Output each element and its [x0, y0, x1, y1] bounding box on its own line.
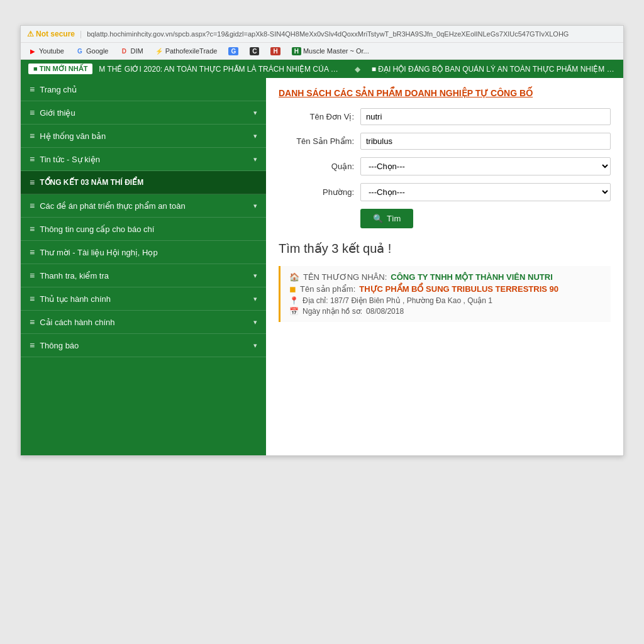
- sidebar-item-dean[interactable]: ≡ Các đề án phát triển thực phẩm an toàn…: [21, 194, 266, 218]
- san-pham-input[interactable]: [360, 133, 611, 150]
- security-indicator: ⚠ Not secure: [27, 30, 75, 38]
- company-label: TÊN THƯƠNG NHÂN:: [303, 272, 387, 282]
- bookmarks-bar: ▶ Youtube G Google D DIM ⚡ PathofexileTr…: [21, 43, 623, 60]
- sidebar-label-thumoi: Thư mời - Tài liệu Hội nghị, Họp: [40, 248, 158, 257]
- sidebar-label-thongtin: Thông tin cung cấp cho báo chí: [40, 225, 154, 234]
- bookmark-google-label: Google: [86, 47, 108, 55]
- arrow-icon-thanh-tra: ▾: [253, 272, 257, 280]
- bookmark-youtube[interactable]: ▶ Youtube: [26, 45, 67, 57]
- company-value: CÔNG TY TNHH MỘT THÀNH VIÊN NUTRI: [391, 272, 552, 282]
- sidebar-label-caicach: Cải cách hành chính: [40, 318, 114, 327]
- sidebar-item-thumoi[interactable]: ≡ Thư mời - Tài liệu Hội nghị, Họp: [21, 241, 266, 264]
- address-bar: ⚠ Not secure | bqlattp.hochiminhcity.gov…: [21, 26, 623, 43]
- sidebar-item-thongbao[interactable]: ≡ Thông báo ▾: [21, 334, 266, 357]
- date-label: Ngày nhận hồ sơ:: [303, 307, 362, 316]
- sidebar-label-trangchu: Trang chủ: [40, 85, 77, 94]
- phuong-row: Phường: ---Chọn---: [279, 183, 611, 201]
- arrow-icon-dean: ▾: [253, 202, 257, 210]
- sidebar-label-tintuc: Tin tức - Sự kiện: [40, 155, 100, 164]
- bookmark-g2[interactable]: G: [226, 46, 241, 57]
- bookmark-google[interactable]: G Google: [73, 45, 111, 57]
- menu-icon-thumoi: ≡: [30, 247, 35, 257]
- sidebar-label-hethongvanban: Hệ thống văn bản: [40, 131, 106, 141]
- search-icon: 🔍: [373, 214, 383, 223]
- sidebar-item-tongket[interactable]: ≡ TỔNG KẾT 03 NĂM THÍ ĐIỂM: [21, 171, 266, 194]
- sidebar-item-trangchu[interactable]: ≡ Trang chủ: [21, 78, 266, 101]
- menu-icon-dean: ≡: [30, 201, 35, 211]
- menu-icon-hethongvanban: ≡: [30, 131, 35, 141]
- not-secure-label: Not secure: [36, 30, 75, 38]
- warning-icon: ⚠: [27, 30, 34, 38]
- phuong-select[interactable]: ---Chọn---: [360, 183, 611, 201]
- bookmark-h1[interactable]: H: [268, 46, 282, 57]
- product-icon: ◼: [289, 284, 296, 294]
- bookmark-dim-label: DIM: [130, 47, 143, 55]
- ticker-divider: ◆: [355, 65, 360, 74]
- bookmark-dim[interactable]: D DIM: [117, 45, 145, 57]
- g2-icon: G: [228, 47, 238, 55]
- sidebar-label-thanh-tra: Thanh tra, kiểm tra: [40, 271, 109, 280]
- bookmark-c[interactable]: C: [247, 46, 262, 57]
- arrow-icon-thongbao: ▾: [253, 341, 257, 350]
- bookmark-pathofexile[interactable]: ⚡ PathofexileTrade: [152, 45, 220, 57]
- browser-window: ⚠ Not secure | bqlattp.hochiminhcity.gov…: [20, 25, 624, 456]
- muscle-icon: H: [292, 47, 301, 55]
- date-value: 08/08/2018: [366, 307, 404, 316]
- menu-icon-gioithieu: ≡: [30, 108, 35, 118]
- sidebar-label-thutuc: Thủ tục hành chính: [40, 294, 111, 304]
- result-address-row: 📍 Địa chỉ: 187/7 Điện Biên Phủ , Phường …: [289, 296, 602, 305]
- arrow-icon-tintuc: ▾: [253, 155, 257, 164]
- result-product-row: ◼ Tên sản phẩm: THỰC PHẨM BỔ SUNG TRIBUL…: [289, 284, 602, 294]
- sidebar-item-thanh-tra[interactable]: ≡ Thanh tra, kiểm tra ▾: [21, 264, 266, 287]
- don-vi-label: Tên Đơn Vị:: [279, 112, 354, 121]
- bookmark-pathofexile-label: PathofexileTrade: [165, 47, 218, 55]
- url-separator: |: [80, 30, 82, 38]
- phuong-label: Phường:: [279, 187, 354, 197]
- don-vi-input[interactable]: [360, 108, 611, 125]
- sidebar-item-hethongvanban[interactable]: ≡ Hệ thống văn bản ▾: [21, 125, 266, 148]
- pathofexile-icon: ⚡: [155, 47, 164, 55]
- ticker-text2: ■ ĐẠI HỘI ĐẢNG BỘ BAN QUẢN LÝ AN TOÀN TH…: [372, 65, 616, 74]
- don-vi-row: Tên Đơn Vị:: [279, 108, 611, 125]
- result-item-1: 🏠 TÊN THƯƠNG NHÂN: CÔNG TY TNHH MỘT THÀN…: [279, 266, 611, 322]
- sidebar-label-dean: Các đề án phát triển thực phẩm an toàn: [40, 201, 185, 211]
- result-company-row: 🏠 TÊN THƯƠNG NHÂN: CÔNG TY TNHH MỘT THÀN…: [289, 272, 602, 282]
- result-date-row: 📅 Ngày nhận hồ sơ: 08/08/2018: [289, 307, 602, 316]
- sidebar-label-thongbao: Thông báo: [40, 341, 79, 350]
- menu-icon-trangchu: ≡: [30, 84, 35, 94]
- home-icon: 🏠: [289, 272, 299, 282]
- sidebar-item-thutuc[interactable]: ≡ Thủ tục hành chính ▾: [21, 287, 266, 311]
- sidebar-item-caicach[interactable]: ≡ Cải cách hành chính ▾: [21, 311, 266, 334]
- result-count: Tìm thấy 3 kết quả !: [279, 241, 611, 256]
- sidebar-item-thongtin[interactable]: ≡ Thông tin cung cấp cho báo chí: [21, 218, 266, 241]
- quan-select[interactable]: ---Chọn---: [360, 157, 611, 175]
- dim-icon: D: [119, 47, 128, 55]
- search-button-label: Tìm: [387, 214, 401, 223]
- sidebar: ≡ Trang chủ ≡ Giới thiệu ▾ ≡ Hệ thống vă…: [21, 78, 266, 455]
- quan-label: Quận:: [279, 162, 354, 171]
- sidebar-item-gioithieu[interactable]: ≡ Giới thiệu ▾: [21, 101, 266, 125]
- address-url[interactable]: bqlattp.hochiminhcity.gov.vn/spcb.aspx?c…: [87, 30, 569, 38]
- news-ticker: ■ TIN MỚI NHẤT M THẾ GIỚI 2020: AN TOÀN …: [21, 60, 623, 78]
- page-title: DANH SÁCH CÁC SẢN PHẨM DOANH NGHIỆP TỰ C…: [279, 88, 611, 98]
- sidebar-label-gioithieu: Giới thiệu: [40, 108, 75, 118]
- arrow-icon-thutuc: ▾: [253, 295, 257, 303]
- product-value: THỰC PHẨM BỔ SUNG TRIBULUS TERRESTRIS 90: [359, 284, 558, 294]
- location-icon: 📍: [289, 296, 299, 305]
- arrow-icon-hethongvanban: ▾: [253, 132, 257, 140]
- menu-icon-thanh-tra: ≡: [30, 270, 35, 280]
- san-pham-label: Tên Sản Phẩm:: [279, 136, 354, 146]
- search-button[interactable]: 🔍 Tìm: [360, 209, 413, 228]
- c-icon: C: [250, 47, 259, 55]
- h1-icon: H: [270, 47, 280, 55]
- calendar-icon: 📅: [289, 307, 299, 316]
- content-area: DANH SÁCH CÁC SẢN PHẨM DOANH NGHIỆP TỰ C…: [266, 78, 623, 455]
- sidebar-item-tintuc[interactable]: ≡ Tin tức - Sự kiện ▾: [21, 148, 266, 171]
- bookmark-muscle[interactable]: H Muscle Master ~ Or...: [289, 46, 372, 57]
- main-layout: ≡ Trang chủ ≡ Giới thiệu ▾ ≡ Hệ thống vă…: [21, 78, 623, 455]
- bookmark-muscle-label: Muscle Master ~ Or...: [303, 47, 369, 55]
- menu-icon-thutuc: ≡: [30, 294, 35, 304]
- menu-icon-thongbao: ≡: [30, 340, 35, 350]
- product-label: Tên sản phẩm:: [300, 284, 355, 294]
- quan-row: Quận: ---Chọn---: [279, 157, 611, 175]
